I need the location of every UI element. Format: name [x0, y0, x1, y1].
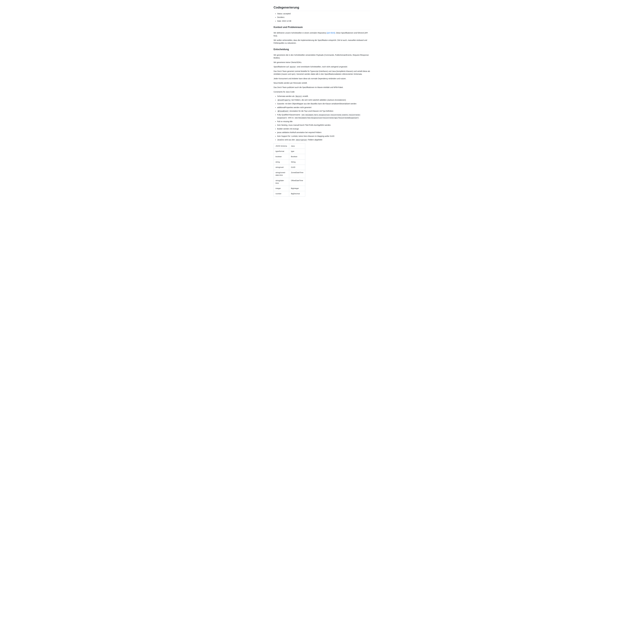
- table-row: string String: [274, 159, 305, 165]
- context-p1a: Wir definieren unsere Schnittstellen in …: [274, 32, 327, 34]
- cell-java: Boolean: [289, 154, 305, 159]
- constraint-notnull: javax.validation.NotNull annotation bei …: [277, 131, 370, 134]
- cell-java: BigInteger: [289, 186, 305, 191]
- constraint-builder: Builder werden mit erzeugt: [277, 127, 370, 130]
- constraint-jsonproperty-b: bei Feldern, die sich nicht natürlich ab…: [291, 99, 346, 101]
- code-description: description: [295, 139, 307, 141]
- decision-p8: Constraints für Java Code:: [274, 90, 370, 93]
- constraint-record-a: Schemata werden als: [277, 95, 295, 97]
- decision-p3a: Spezifikationen auf: [274, 66, 289, 68]
- decision-p5: Jeder Konsument und Anbieter kann diese …: [274, 77, 370, 80]
- cell-java: ZonedDateTime: [289, 170, 305, 178]
- cell-jsonschema: string/zoned-date-time: [274, 170, 289, 178]
- cell-jsonschema: type/format: [274, 149, 289, 154]
- constraint-fqcn-a: Fully Qualified Klassenname:: [277, 114, 301, 116]
- decision-p3: Spezifikationen auf master sind vereinba…: [274, 65, 370, 68]
- heading-context: Kontext und Problemraum: [274, 26, 370, 30]
- cell-jsonschema: string/date-time: [274, 178, 289, 186]
- constraint-fqcn: Fully Qualified Klassenname: net.hellman…: [277, 113, 370, 119]
- constraint-javadoc-a: JavaDoc wird aus den: [277, 139, 295, 141]
- code-fqcn-dst: net/hellmann/tms/disposition/teilstrecke…: [294, 117, 359, 119]
- meta-date: Date: 2022-12-08: [277, 20, 370, 22]
- constraint-objectmapper: Garantie: mit dem ObjectMapper aus den B…: [277, 102, 370, 105]
- table-row: type/format type: [274, 149, 305, 154]
- table-header-row: JSON Schema Java: [274, 143, 305, 149]
- constraint-nosupport: Kein Support für: Lombok, keine Hero-Kla…: [277, 135, 370, 138]
- cell-java: BigDecimal: [289, 191, 305, 196]
- decision-p2: Wir generieren keine Clients/SDKs.: [274, 61, 370, 64]
- constraint-additionalprops: additionalProperties werden nicht generi…: [277, 106, 370, 109]
- cell-java: GUID: [289, 165, 305, 170]
- cell-java: type: [289, 149, 305, 154]
- adr-link[interactable]: [adr-0023]: [327, 32, 335, 34]
- table-row: string/zoned-date-time ZonedDateTime: [274, 170, 305, 178]
- constraint-fail-title: Fail on missing title: [277, 120, 370, 123]
- type-mapping-table: JSON Schema Java type/format type boolea…: [274, 143, 305, 197]
- constraint-javadoc-b: Feldern abgeleitet: [307, 139, 322, 141]
- cell-jsonschema: integer: [274, 186, 289, 191]
- decision-p6: Neue Builds werden per Renovate verteilt…: [274, 82, 370, 84]
- constraint-cloudevent-b: Annotation für die Top-Level-Klassen mit…: [289, 110, 333, 112]
- page-title: Codegenerierung: [274, 5, 370, 11]
- cell-java: String: [289, 159, 305, 165]
- table-header-java: Java: [289, 143, 305, 149]
- code-master: master: [289, 66, 296, 68]
- decision-p3b: sind: [296, 66, 301, 68]
- decision-p3d: .: [347, 66, 348, 68]
- constraints-list: Schemata werden als Record erstellt. @Js…: [274, 95, 370, 141]
- meta-list: Status: accepted Deciders: Date: 2022-12…: [274, 12, 370, 22]
- table-row: boolean Boolean: [274, 154, 305, 159]
- code-cloudevent: @CloudEvent: [277, 110, 289, 112]
- constraint-record: Schemata werden als Record erstellt.: [277, 95, 370, 98]
- decision-p3em2: umgesetzt: [339, 66, 347, 68]
- constraint-record-b: erstellt.: [302, 95, 308, 97]
- decision-p7: Das DevX-Team publiziert auch die Spezif…: [274, 86, 370, 89]
- meta-status: Status: accepted: [277, 12, 370, 15]
- table-header-jsonschema: JSON Schema: [274, 143, 289, 149]
- cell-java: OffsetDateTime: [289, 178, 305, 186]
- table-row: number BigDecimal: [274, 191, 305, 196]
- cell-jsonschema: string: [274, 159, 289, 165]
- document-container: Codegenerierung Status: accepted Decider…: [274, 0, 370, 204]
- constraint-cloudevent: @CloudEvent Annotation für die Top-Level…: [277, 110, 370, 113]
- table-row: string/date-time OffsetDateTime: [274, 178, 305, 186]
- cell-jsonschema: boolean: [274, 154, 289, 159]
- cell-jsonschema: number: [274, 191, 289, 196]
- code-record: Record: [295, 95, 302, 98]
- constraint-jsonproperty: @JsonProperty bei Feldern, die sich nich…: [277, 99, 370, 101]
- heading-decision: Entscheidung: [274, 48, 370, 52]
- decision-p1: Wir generieren die in den Schnittstellen…: [274, 54, 370, 59]
- table-row: integer BigInteger: [274, 186, 305, 191]
- decision-p3em1: vereinbarte: [301, 66, 310, 68]
- constraint-fqcn-b: wird zu: [287, 117, 294, 119]
- decision-p4: Das DevX-Team generiert zentral Modelle …: [274, 70, 370, 76]
- code-jsonproperty: @JsonProperty: [277, 99, 291, 101]
- constraint-nesting: Kein Nesting, muss manuell durch Titel-P…: [277, 124, 370, 126]
- table-row: string/uuid GUID: [274, 165, 305, 170]
- constraint-javadoc: JavaDoc wird aus den description Feldern…: [277, 138, 370, 141]
- context-p2: Wir wollen sicherstellen, dass die Imple…: [274, 39, 370, 45]
- meta-deciders: Deciders:: [277, 16, 370, 19]
- context-p1: Wir definieren unsere Schnittstellen in …: [274, 31, 370, 37]
- cell-jsonschema: string/uuid: [274, 165, 289, 170]
- decision-p3c: Schnittstellen, noch nicht zwingend: [310, 66, 339, 68]
